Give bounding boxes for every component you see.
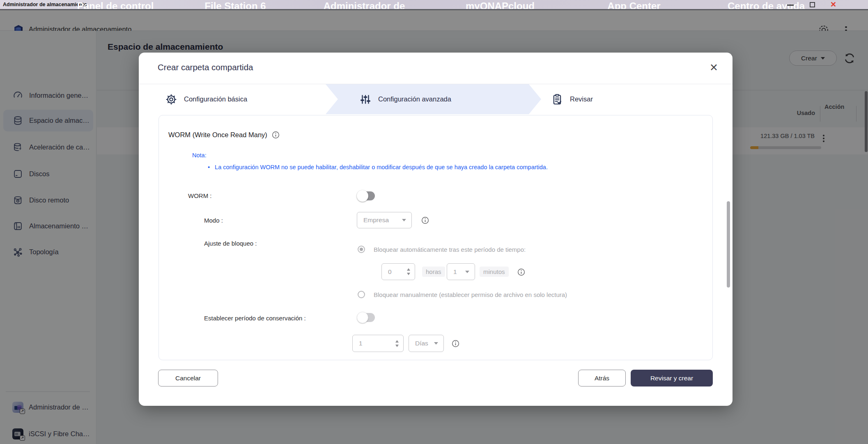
bullet-dot: • [208, 164, 210, 170]
step-configuracion-avanzada[interactable]: Configuración avanzada [359, 84, 451, 114]
retention-period-toggle[interactable] [358, 313, 375, 322]
minutes-value: 1 [453, 268, 465, 276]
chevron-down-icon [434, 342, 438, 345]
retention-value: 1 [359, 340, 395, 347]
step-label: Revisar [570, 95, 593, 103]
info-icon[interactable] [517, 268, 525, 276]
worm-toggle[interactable] [358, 191, 375, 200]
lock-setting-label: Ajuste de bloqueo : [204, 240, 257, 247]
retention-unit-value: Días [415, 340, 434, 347]
step-revisar[interactable]: Revisar [551, 84, 593, 114]
close-icon[interactable]: ✕ [710, 62, 718, 73]
hours-unit-label: horas [422, 267, 445, 277]
create-shared-folder-modal: Crear carpeta compartida ✕ Configuración… [139, 53, 733, 406]
worm-label: WORM : [188, 192, 212, 199]
review-and-create-button[interactable]: Revisar y crear [631, 370, 713, 386]
step-label: Configuración avanzada [378, 95, 451, 103]
desktop-taskbar: Administrador de almacenamiento Panel de… [0, 0, 868, 10]
minutes-unit-label: minutos [480, 267, 509, 277]
hours-value: 0 [388, 268, 407, 276]
info-icon[interactable] [272, 131, 280, 139]
mode-label: Modo : [204, 217, 223, 224]
clipboard-check-icon [551, 93, 563, 106]
note-label: Nota: [192, 152, 207, 159]
sliders-icon [359, 93, 372, 106]
minutes-dropdown[interactable]: 1 [447, 263, 475, 280]
stepper-arrows-icon[interactable] [395, 340, 399, 347]
modal-title: Crear carpeta compartida [158, 62, 253, 72]
window-maximize-button[interactable] [810, 2, 815, 7]
advanced-settings-panel [158, 115, 713, 360]
worm-note-text: La configuración WORM no se puede habili… [215, 164, 548, 170]
chevron-down-icon [465, 271, 469, 273]
toggle-knob [357, 312, 368, 323]
radio-lock-manually[interactable] [358, 291, 365, 298]
toggle-knob [357, 190, 368, 202]
chevron-down-icon [402, 219, 406, 221]
worm-section-heading: WORM (Write Once Read Many) [168, 131, 280, 139]
info-icon[interactable] [421, 216, 429, 224]
gear-icon [165, 93, 177, 106]
worm-heading-text: WORM (Write Once Read Many) [168, 131, 267, 139]
retention-value-stepper[interactable]: 1 [352, 335, 404, 352]
back-button[interactable]: Atrás [578, 370, 626, 386]
step-label: Configuración básica [184, 95, 247, 103]
cancel-button[interactable]: Cancelar [158, 370, 218, 386]
retention-unit-dropdown[interactable]: Días [409, 335, 444, 352]
hours-stepper[interactable]: 0 [381, 263, 415, 280]
radio-lock-automatically[interactable] [358, 246, 365, 253]
step-configuracion-basica[interactable]: Configuración básica [165, 84, 247, 114]
window-minimize-button[interactable] [787, 5, 794, 6]
window-close-button[interactable]: ✕ [830, 0, 836, 9]
radio-lock-manually-label: Bloquear manualmente (establecer permiso… [374, 291, 567, 298]
radio-lock-automatically-label: Bloquear automáticamente tras este perío… [374, 246, 526, 253]
wizard-steps: Configuración básica Configuración avanz… [139, 84, 733, 114]
taskbar-active-app-label: Administrador de almacenamiento [3, 2, 87, 7]
mode-dropdown[interactable]: Empresa [357, 212, 412, 228]
worm-note: • La configuración WORM no se puede habi… [208, 164, 548, 170]
window-top-edge [0, 9, 868, 10]
retention-period-label: Establecer período de conservación : [204, 315, 306, 322]
mode-dropdown-value: Empresa [363, 216, 402, 224]
modal-scrollbar-thumb[interactable] [727, 201, 730, 288]
info-icon[interactable] [452, 340, 459, 347]
stepper-arrows-icon[interactable] [407, 268, 410, 275]
